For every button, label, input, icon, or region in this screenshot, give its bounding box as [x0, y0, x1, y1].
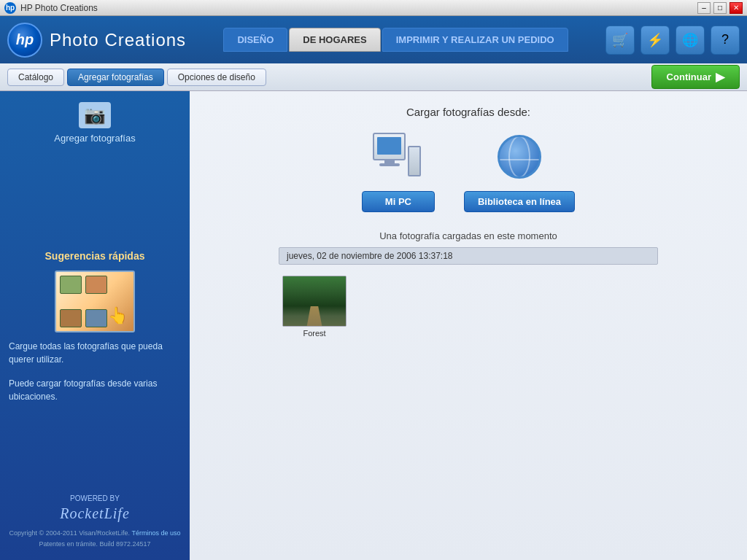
pc-screen: [377, 137, 401, 155]
add-photos-button[interactable]: Agregar fotografías: [67, 69, 164, 86]
tips-text-1: Cargue todas las fotografías que pueda q…: [9, 340, 181, 366]
pc-icon-wrapper: [365, 129, 431, 184]
titlebar: hp HP Photo Creations – □ ✕: [0, 0, 747, 16]
globe-arc: [508, 136, 530, 178]
sidebar: 📷 Agregar fotografías Sugerencias rápida…: [0, 91, 190, 560]
photos-count: Una fotografía cargadas en este momento: [279, 230, 658, 241]
toolbar: Catálogo Agregar fotografías Opciones de…: [0, 63, 747, 91]
pc-base: [379, 163, 400, 166]
tips-image: 👆: [55, 271, 135, 332]
globe-upload-icon: [498, 135, 541, 179]
lightning-icon[interactable]: ⚡: [640, 26, 670, 55]
close-button[interactable]: ✕: [729, 2, 743, 14]
catalog-button[interactable]: Catálogo: [7, 69, 64, 86]
nav-tabs: DISEÑO DE HOGARES IMPRIMIR Y REALIZAR UN…: [201, 28, 591, 52]
tab-de-hogares[interactable]: DE HOGARES: [289, 28, 380, 52]
tab-imprimir[interactable]: IMPRIMIR Y REALIZAR UN PEDIDO: [382, 28, 568, 52]
forest-image: [283, 276, 346, 326]
camera-icon: 📷: [79, 102, 111, 128]
mi-pc-button[interactable]: Mi PC: [362, 191, 435, 212]
pc-tower: [408, 146, 421, 176]
online-library-option: Biblioteca en línea: [464, 129, 575, 212]
tips-hand-icon: 👆: [108, 306, 128, 325]
rocketlife-logo: RocketLife: [9, 505, 181, 522]
cart-icon[interactable]: 🛒: [605, 26, 635, 55]
tips-thumb-1: [60, 276, 82, 294]
content-area: Cargar fotografías desde: Mi PC: [190, 91, 747, 560]
photo-item[interactable]: Forest: [279, 272, 350, 341]
photo-thumbnail: [282, 276, 347, 327]
hp-logo: hp: [7, 23, 42, 58]
header: hp Photo Creations DISEÑO DE HOGARES IMP…: [0, 16, 747, 63]
globe-icon-header[interactable]: 🌐: [676, 26, 705, 55]
terms-link[interactable]: Términos de uso: [131, 529, 180, 537]
header-icons: 🛒 ⚡ 🌐 ?: [605, 26, 740, 55]
online-library-button[interactable]: Biblioteca en línea: [464, 191, 575, 212]
help-icon[interactable]: ?: [711, 26, 740, 55]
tips-thumb-4: [85, 309, 107, 327]
continue-arrow-icon: ▶: [716, 70, 724, 84]
photos-date-bar: jueves, 02 de noviembre de 2006 13:37:18: [279, 247, 658, 265]
minimize-button[interactable]: –: [697, 2, 711, 14]
photos-grid: Forest: [279, 272, 658, 341]
globe-icon-wrapper: [487, 129, 552, 184]
tips-thumb-2: [85, 276, 107, 294]
upload-title: Cargar fotografías desde:: [406, 106, 530, 118]
main-layout: 📷 Agregar fotografías Sugerencias rápida…: [0, 91, 747, 560]
powered-by-label: POWERED BY: [9, 494, 181, 502]
upload-options: Mi PC Biblioteca en línea: [362, 129, 575, 212]
hp-logo-small: hp: [4, 2, 16, 14]
copyright: Copyright © 2004-2011 Visan/RocketLife. …: [9, 528, 181, 549]
titlebar-title: HP Photo Creations: [20, 3, 98, 13]
forest-path: [302, 306, 327, 326]
photo-label: Forest: [303, 329, 325, 338]
mi-pc-option: Mi PC: [362, 129, 435, 212]
quick-tips-title: Sugerencias rápidas: [9, 250, 181, 262]
pc-monitor: [373, 133, 406, 160]
tips-thumb-3: [60, 309, 82, 327]
titlebar-controls: – □ ✕: [697, 2, 743, 14]
quick-tips: Sugerencias rápidas 👆 Cargue todas las f…: [9, 250, 181, 403]
titlebar-left: hp HP Photo Creations: [4, 2, 98, 14]
logo: hp Photo Creations: [7, 23, 186, 58]
app-title: Photo Creations: [50, 30, 186, 50]
design-options-button[interactable]: Opciones de diseño: [167, 69, 266, 86]
upload-section: Cargar fotografías desde: Mi PC: [362, 106, 575, 216]
photos-section: Una fotografía cargadas en este momento …: [279, 230, 658, 341]
sidebar-top: 📷 Agregar fotografías: [54, 102, 135, 144]
tab-diseno[interactable]: DISEÑO: [223, 28, 287, 52]
continue-button[interactable]: Continuar ▶: [651, 65, 740, 89]
sidebar-section-label: Agregar fotografías: [54, 133, 135, 144]
maximize-button[interactable]: □: [713, 2, 727, 14]
sidebar-footer: POWERED BY RocketLife Copyright © 2004-2…: [9, 494, 181, 549]
pc-icon: [373, 133, 424, 180]
tips-text-2: Puede cargar fotografías desde varias ub…: [9, 377, 181, 403]
